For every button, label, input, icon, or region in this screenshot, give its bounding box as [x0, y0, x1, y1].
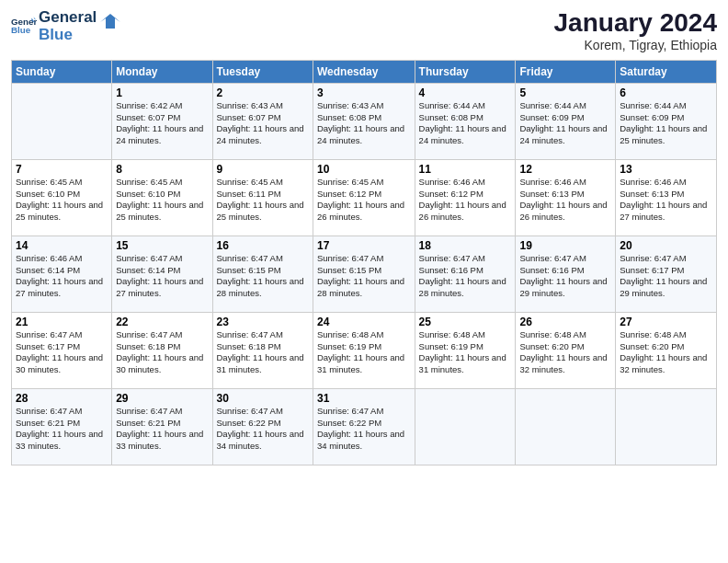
day-number: 25 [419, 316, 512, 328]
day-number: 12 [519, 163, 611, 176]
day-info: Sunrise: 6:47 AM Sunset: 6:16 PM Dayligh… [419, 253, 512, 300]
week-row-5: 28Sunrise: 6:47 AM Sunset: 6:21 PM Dayli… [12, 388, 717, 465]
day-info: Sunrise: 6:46 AM Sunset: 6:13 PM Dayligh… [519, 177, 611, 224]
calendar-cell: 25Sunrise: 6:48 AM Sunset: 6:19 PM Dayli… [415, 312, 516, 388]
weekday-header-row: SundayMondayTuesdayWednesdayThursdayFrid… [12, 60, 717, 83]
calendar-cell: 28Sunrise: 6:47 AM Sunset: 6:21 PM Dayli… [12, 388, 112, 465]
calendar-cell [516, 388, 616, 465]
day-info: Sunrise: 6:43 AM Sunset: 6:07 PM Dayligh… [217, 100, 309, 147]
day-info: Sunrise: 6:48 AM Sunset: 6:19 PM Dayligh… [317, 329, 411, 376]
calendar-cell: 4Sunrise: 6:44 AM Sunset: 6:08 PM Daylig… [415, 83, 516, 159]
day-number: 3 [317, 86, 411, 99]
day-info: Sunrise: 6:47 AM Sunset: 6:17 PM Dayligh… [16, 329, 108, 376]
calendar-cell: 19Sunrise: 6:47 AM Sunset: 6:16 PM Dayli… [516, 236, 616, 312]
calendar-cell: 18Sunrise: 6:47 AM Sunset: 6:16 PM Dayli… [415, 236, 516, 312]
day-info: Sunrise: 6:46 AM Sunset: 6:13 PM Dayligh… [620, 177, 712, 224]
calendar-cell: 24Sunrise: 6:48 AM Sunset: 6:19 PM Dayli… [313, 312, 415, 388]
calendar-cell: 1Sunrise: 6:42 AM Sunset: 6:07 PM Daylig… [112, 83, 212, 159]
page-container: General Blue General Blue January 2024 K… [0, 0, 728, 563]
day-number: 31 [317, 392, 411, 405]
day-number: 22 [116, 316, 208, 328]
day-number: 4 [419, 86, 512, 99]
day-info: Sunrise: 6:47 AM Sunset: 6:22 PM Dayligh… [217, 406, 309, 453]
day-info: Sunrise: 6:47 AM Sunset: 6:18 PM Dayligh… [217, 329, 309, 376]
day-info: Sunrise: 6:47 AM Sunset: 6:21 PM Dayligh… [116, 406, 208, 453]
day-info: Sunrise: 6:47 AM Sunset: 6:18 PM Dayligh… [116, 329, 208, 376]
week-row-4: 21Sunrise: 6:47 AM Sunset: 6:17 PM Dayli… [12, 312, 717, 388]
calendar-cell: 2Sunrise: 6:43 AM Sunset: 6:07 PM Daylig… [212, 83, 313, 159]
logo-bird-icon [100, 12, 120, 32]
calendar-cell: 7Sunrise: 6:45 AM Sunset: 6:10 PM Daylig… [12, 159, 112, 236]
day-number: 30 [217, 392, 309, 405]
calendar-cell: 12Sunrise: 6:46 AM Sunset: 6:13 PM Dayli… [516, 159, 616, 236]
calendar-cell: 13Sunrise: 6:46 AM Sunset: 6:13 PM Dayli… [616, 159, 717, 236]
calendar-cell: 16Sunrise: 6:47 AM Sunset: 6:15 PM Dayli… [212, 236, 313, 312]
day-info: Sunrise: 6:44 AM Sunset: 6:08 PM Dayligh… [419, 100, 512, 147]
day-number: 26 [519, 316, 611, 328]
calendar-cell: 29Sunrise: 6:47 AM Sunset: 6:21 PM Dayli… [112, 388, 212, 465]
calendar-cell: 31Sunrise: 6:47 AM Sunset: 6:22 PM Dayli… [313, 388, 415, 465]
logo: General Blue General Blue [11, 9, 120, 43]
weekday-header-sunday: Sunday [12, 60, 112, 83]
day-info: Sunrise: 6:47 AM Sunset: 6:16 PM Dayligh… [519, 253, 611, 300]
calendar-cell: 21Sunrise: 6:47 AM Sunset: 6:17 PM Dayli… [12, 312, 112, 388]
day-info: Sunrise: 6:47 AM Sunset: 6:15 PM Dayligh… [217, 253, 309, 300]
day-number: 23 [217, 316, 309, 328]
subtitle: Korem, Tigray, Ethiopia [554, 38, 717, 52]
week-row-3: 14Sunrise: 6:46 AM Sunset: 6:14 PM Dayli… [12, 236, 717, 312]
calendar-cell: 23Sunrise: 6:47 AM Sunset: 6:18 PM Dayli… [212, 312, 313, 388]
day-number: 21 [16, 316, 108, 328]
day-number: 27 [620, 316, 712, 328]
day-number: 5 [519, 86, 611, 99]
calendar-cell: 27Sunrise: 6:48 AM Sunset: 6:20 PM Dayli… [616, 312, 717, 388]
calendar-cell [12, 83, 112, 159]
logo-blue: Blue [39, 27, 97, 44]
day-number: 18 [419, 239, 512, 252]
svg-text:Blue: Blue [11, 25, 31, 35]
day-number: 24 [317, 316, 411, 328]
day-number: 1 [116, 86, 208, 99]
calendar-cell: 20Sunrise: 6:47 AM Sunset: 6:17 PM Dayli… [616, 236, 717, 312]
day-info: Sunrise: 6:45 AM Sunset: 6:10 PM Dayligh… [16, 177, 108, 224]
header: General Blue General Blue January 2024 K… [11, 9, 717, 52]
day-number: 8 [116, 163, 208, 176]
weekday-header-friday: Friday [516, 60, 616, 83]
calendar-cell: 6Sunrise: 6:44 AM Sunset: 6:09 PM Daylig… [616, 83, 717, 159]
day-info: Sunrise: 6:44 AM Sunset: 6:09 PM Dayligh… [620, 100, 712, 147]
day-number: 9 [217, 163, 309, 176]
day-info: Sunrise: 6:42 AM Sunset: 6:07 PM Dayligh… [116, 100, 208, 147]
title-block: January 2024 Korem, Tigray, Ethiopia [554, 9, 717, 52]
calendar-cell: 11Sunrise: 6:46 AM Sunset: 6:12 PM Dayli… [415, 159, 516, 236]
svg-marker-4 [100, 14, 120, 29]
day-info: Sunrise: 6:47 AM Sunset: 6:15 PM Dayligh… [317, 253, 411, 300]
calendar-cell: 3Sunrise: 6:43 AM Sunset: 6:08 PM Daylig… [313, 83, 415, 159]
day-info: Sunrise: 6:46 AM Sunset: 6:12 PM Dayligh… [419, 177, 512, 224]
calendar-cell: 14Sunrise: 6:46 AM Sunset: 6:14 PM Dayli… [12, 236, 112, 312]
day-number: 13 [620, 163, 712, 176]
day-number: 29 [116, 392, 208, 405]
day-info: Sunrise: 6:45 AM Sunset: 6:12 PM Dayligh… [317, 177, 411, 224]
calendar-table: SundayMondayTuesdayWednesdayThursdayFrid… [11, 60, 717, 465]
week-row-2: 7Sunrise: 6:45 AM Sunset: 6:10 PM Daylig… [12, 159, 717, 236]
calendar-cell [616, 388, 717, 465]
day-info: Sunrise: 6:47 AM Sunset: 6:22 PM Dayligh… [317, 406, 411, 453]
weekday-header-wednesday: Wednesday [313, 60, 415, 83]
weekday-header-thursday: Thursday [415, 60, 516, 83]
calendar-cell: 15Sunrise: 6:47 AM Sunset: 6:14 PM Dayli… [112, 236, 212, 312]
day-number: 20 [620, 239, 712, 252]
weekday-header-monday: Monday [112, 60, 212, 83]
day-info: Sunrise: 6:45 AM Sunset: 6:11 PM Dayligh… [217, 177, 309, 224]
calendar-cell [415, 388, 516, 465]
logo-general: General [39, 9, 97, 27]
day-info: Sunrise: 6:47 AM Sunset: 6:14 PM Dayligh… [116, 253, 208, 300]
day-info: Sunrise: 6:44 AM Sunset: 6:09 PM Dayligh… [519, 100, 611, 147]
day-number: 15 [116, 239, 208, 252]
calendar-cell: 9Sunrise: 6:45 AM Sunset: 6:11 PM Daylig… [212, 159, 313, 236]
day-info: Sunrise: 6:48 AM Sunset: 6:20 PM Dayligh… [620, 329, 712, 376]
day-number: 2 [217, 86, 309, 99]
day-info: Sunrise: 6:48 AM Sunset: 6:20 PM Dayligh… [519, 329, 611, 376]
day-number: 7 [16, 163, 108, 176]
day-number: 10 [317, 163, 411, 176]
weekday-header-saturday: Saturday [616, 60, 717, 83]
calendar-cell: 5Sunrise: 6:44 AM Sunset: 6:09 PM Daylig… [516, 83, 616, 159]
